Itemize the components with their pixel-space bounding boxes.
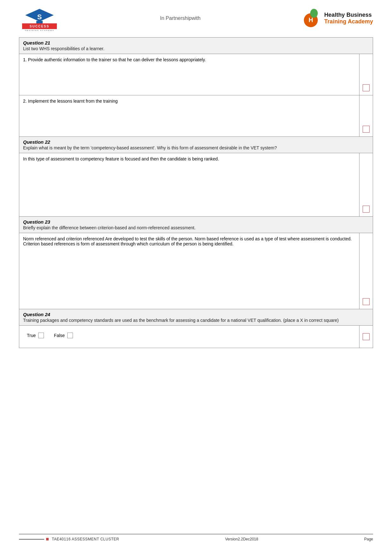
q24-false-label: False bbox=[54, 333, 65, 338]
q23-answer-1-checkbox-col bbox=[359, 233, 373, 309]
q21-answer-1-checkbox[interactable] bbox=[363, 84, 370, 91]
footer-page: Page bbox=[364, 537, 373, 541]
question-22-instruction: Explain what is meant by the term 'compe… bbox=[23, 145, 369, 150]
page-header: S SUCCESS TRAINING ACADEMY In Partnershi… bbox=[0, 0, 392, 34]
footer-version: Version2.2Dec2018 bbox=[125, 537, 358, 541]
q21-answer-1-content: 1. Provide authentic information to the … bbox=[19, 54, 359, 95]
footer-course-code: TAE40116 ASSESSMENT CLUSTER bbox=[52, 537, 119, 541]
question-23-instruction: Briefly explain the difference between c… bbox=[23, 225, 369, 230]
success-logo-icon: S SUCCESS TRAINING ACADEMY bbox=[19, 6, 60, 31]
q24-true-false-row: True False bbox=[23, 329, 355, 342]
svg-text:TRAINING ACADEMY: TRAINING ACADEMY bbox=[25, 30, 54, 31]
q22-answer-1-checkbox-col bbox=[359, 153, 373, 216]
question-21-header: Question 21 List two WHS responsibilitie… bbox=[19, 38, 373, 54]
q24-answer-row: True False bbox=[19, 326, 373, 348]
hbta-logo-icon: H bbox=[301, 8, 321, 29]
partnership-text: In Partnershipwith bbox=[60, 15, 301, 21]
question-22-block: Question 22 Explain what is meant by the… bbox=[19, 137, 373, 217]
question-24-header: Question 24 Training packages and compet… bbox=[19, 309, 373, 326]
question-21-title: Question 21 bbox=[23, 40, 369, 45]
page-footer: TAE40116 ASSESSMENT CLUSTER Version2.2De… bbox=[19, 534, 373, 541]
q23-answer-1-row: Norm referenced and criterion referenced… bbox=[19, 233, 373, 309]
q22-answer-1-checkbox[interactable] bbox=[363, 206, 370, 213]
question-21-block: Question 21 List two WHS responsibilitie… bbox=[19, 37, 373, 137]
q23-answer-1-checkbox[interactable] bbox=[363, 298, 370, 305]
q24-false-checkbox[interactable] bbox=[67, 333, 73, 338]
question-23-block: Question 23 Briefly explain the differen… bbox=[19, 217, 373, 309]
q24-true-false-content: True False bbox=[19, 326, 359, 348]
main-content: Question 21 List two WHS responsibilitie… bbox=[0, 34, 392, 554]
success-logo-container: S SUCCESS TRAINING ACADEMY bbox=[19, 6, 60, 31]
footer-line bbox=[19, 539, 44, 540]
q21-answer-1-row: 1. Provide authentic information to the … bbox=[19, 54, 373, 95]
q21-answer-2-row: 2. Implement the lessons learnt from the… bbox=[19, 95, 373, 136]
q22-answer-1-content: In this type of assessment to competency… bbox=[19, 153, 359, 216]
q21-answer-1-checkbox-col bbox=[359, 54, 373, 95]
question-22-title: Question 22 bbox=[23, 139, 369, 145]
q24-true-checkbox[interactable] bbox=[38, 333, 44, 338]
question-24-block: Question 24 Training packages and compet… bbox=[19, 309, 373, 348]
question-23-title: Question 23 bbox=[23, 219, 369, 225]
q21-answer-2-checkbox-col bbox=[359, 95, 373, 136]
q21-answer-2-checkbox[interactable] bbox=[363, 126, 370, 133]
svg-text:H: H bbox=[308, 16, 313, 23]
footer-dot bbox=[46, 538, 49, 540]
question-24-title: Question 24 bbox=[23, 312, 369, 317]
q24-answer-checkbox-col bbox=[359, 326, 373, 348]
success-logo: S SUCCESS TRAINING ACADEMY bbox=[19, 6, 60, 31]
hbta-logo-container: H Healthy Business Training Academy bbox=[301, 8, 373, 29]
footer-left: TAE40116 ASSESSMENT CLUSTER bbox=[19, 537, 119, 541]
q23-answer-1-content: Norm referenced and criterion referenced… bbox=[19, 233, 359, 309]
question-23-header: Question 23 Briefly explain the differen… bbox=[19, 217, 373, 233]
q21-answer-2-content: 2. Implement the lessons learnt from the… bbox=[19, 95, 359, 136]
hbta-logo-text: Healthy Business Training Academy bbox=[324, 12, 373, 25]
question-21-instruction: List two WHS responsibilities of a learn… bbox=[23, 46, 369, 51]
question-24-instruction: Training packages and competency standar… bbox=[23, 318, 369, 323]
q24-marker-checkbox[interactable] bbox=[363, 333, 370, 340]
q24-true-label: True bbox=[27, 333, 36, 338]
question-22-header: Question 22 Explain what is meant by the… bbox=[19, 137, 373, 153]
q22-answer-1-row: In this type of assessment to competency… bbox=[19, 153, 373, 216]
svg-text:S: S bbox=[37, 13, 42, 21]
svg-text:SUCCESS: SUCCESS bbox=[30, 25, 49, 28]
